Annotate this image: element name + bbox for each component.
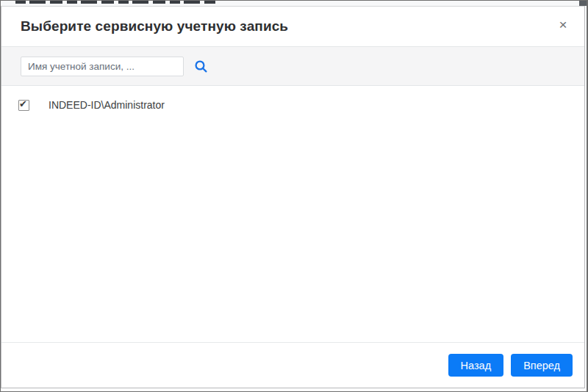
page-behind-top [1,1,587,6]
search-input[interactable] [21,57,184,76]
close-icon[interactable]: × [553,15,573,35]
back-button[interactable]: Назад [448,354,504,377]
search-button[interactable] [190,55,212,77]
window-right-edge [587,0,587,392]
account-list: ✔ INDEED-ID\Administrator [1,86,584,342]
account-name: INDEED-ID\Administrator [49,99,165,111]
next-button[interactable]: Вперед [511,354,573,377]
select-service-account-dialog: Выберите сервисную учетную запись × ✔ IN… [1,6,585,388]
window-frame: Выберите сервисную учетную запись × ✔ IN… [0,0,588,392]
dialog-header: Выберите сервисную учетную запись × [1,7,584,46]
dialog-footer: Назад Вперед [1,342,584,388]
checkmark-icon: ✔ [19,98,27,109]
page-behind-corner [579,1,587,6]
account-checkbox[interactable]: ✔ [18,100,29,111]
search-bar [1,46,584,86]
search-icon [194,59,208,73]
cutoff-page-heading [15,1,215,4]
page-behind-bottom [1,389,587,391]
dialog-title: Выберите сервисную учетную запись [21,18,288,35]
list-item[interactable]: ✔ INDEED-ID\Administrator [1,95,584,115]
